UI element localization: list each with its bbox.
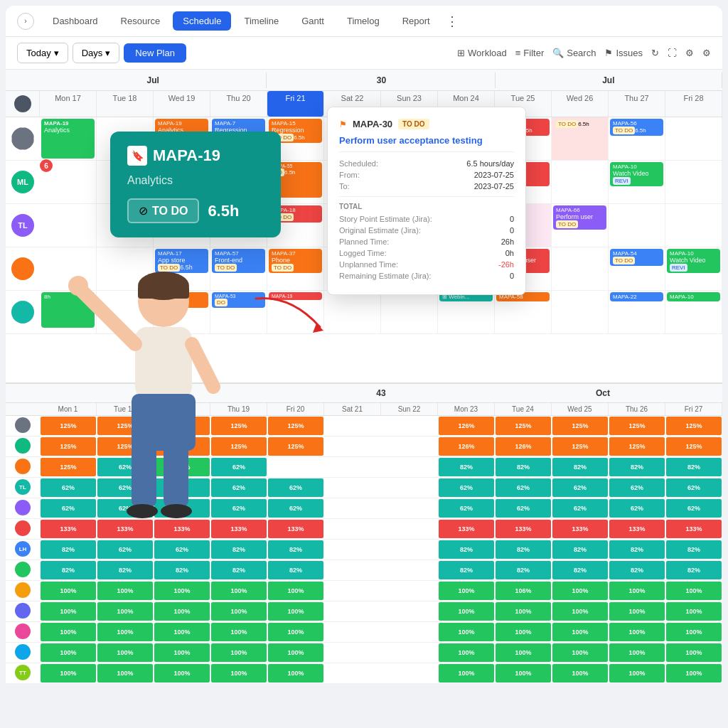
avatar (15, 603, 31, 619)
workload-cell: 125% (268, 417, 323, 435)
workload-cell: 100% (666, 643, 722, 662)
workload-cell: 125% (496, 417, 551, 435)
task-card[interactable]: MAPA-10Watch VideoREVI (667, 249, 720, 273)
tab-dashboard[interactable]: Dashboard (43, 11, 108, 31)
task-card[interactable]: MAPA-54TO DO (610, 249, 663, 266)
workload-cell: 62% (41, 478, 96, 497)
nav-expand-button[interactable]: › (17, 13, 34, 30)
popup-story-point: Story Point Estimate (Jira): 0 (339, 215, 514, 223)
workload-cell: 125% (552, 417, 608, 435)
workload-cell (382, 499, 437, 518)
task-card[interactable]: MAPA-57Front-endTO DO (212, 249, 265, 273)
gear-icon[interactable]: ⚙ (702, 48, 711, 58)
workload-cell: 100% (41, 623, 96, 641)
task-card[interactable]: 8h (41, 292, 95, 328)
settings-adjust-icon[interactable]: ⚙ (685, 48, 694, 58)
workload-cell (382, 458, 437, 476)
status-badge: ⊘ TO DO (127, 198, 199, 223)
workload-cell (382, 417, 437, 435)
big-task-card[interactable]: 🔖 MAPA-19 Analytics ⊘ TO DO 6.5h (110, 132, 281, 237)
workload-cell: 100% (439, 582, 494, 600)
workload-cell: 100% (154, 664, 210, 682)
workload-button[interactable]: ⊞ Workload (457, 48, 507, 58)
avatar (11, 127, 34, 150)
wl-day-thu26: Thu 26 (609, 403, 665, 415)
tab-timelog[interactable]: Timelog (337, 11, 390, 31)
workload-cell: 125% (211, 437, 267, 456)
wl-day-fri20: Fri 20 (267, 403, 324, 415)
day-fri21: Fri 21 (267, 91, 324, 117)
task-card[interactable]: MAPA-37PhoneTO DO (269, 249, 322, 273)
workload-cell: 125% (41, 437, 96, 456)
tab-gantt[interactable]: Gantt (291, 11, 334, 31)
workload-cell (325, 499, 380, 518)
workload-cell: 100% (666, 582, 722, 600)
workload-cell: 100% (496, 643, 551, 662)
today-button[interactable]: Today ▾ (17, 43, 68, 63)
workload-cell: 125% (154, 417, 210, 435)
more-icon[interactable]: ⋮ (446, 14, 459, 29)
workload-cell: 82% (496, 458, 551, 476)
workload-cell (325, 540, 380, 559)
tab-report[interactable]: Report (392, 11, 440, 31)
task-card[interactable]: MAPA-66Perform userTO DO (553, 205, 606, 230)
tab-timeline[interactable]: Timeline (234, 11, 289, 31)
workload-cell (325, 664, 380, 682)
avatar (15, 459, 31, 474)
workload-cell: 62% (609, 478, 665, 497)
workload-cell: 100% (496, 623, 551, 641)
days-button[interactable]: Days ▾ (73, 43, 120, 63)
popup-header: ⚑ MAPA-30 TO DO (339, 119, 514, 129)
task-card[interactable]: MAPA-19Analytics (41, 119, 95, 159)
workload-cell (382, 582, 437, 600)
popup-unplanned-time: Unplanned Time: -26h (339, 260, 514, 269)
popup-planned-time: Planned Time: 26h (339, 237, 514, 246)
workload-cell: 100% (552, 582, 608, 600)
popup-to-row: To: 2023-07-25 (339, 182, 514, 191)
tab-resource[interactable]: Resource (111, 11, 171, 31)
task-card[interactable]: MAPA-17DO6.5h (155, 292, 208, 308)
workload-cell: 82% (552, 540, 608, 559)
new-plan-button[interactable]: New Plan (124, 43, 186, 63)
workload-cell: 82% (609, 561, 665, 579)
refresh-icon[interactable]: ↻ (651, 48, 659, 58)
issues-button[interactable]: ⚑ Issues (604, 48, 643, 58)
workload-cell: 133% (609, 520, 665, 538)
workload-cell: 100% (97, 602, 153, 621)
workload-cell: 82% (439, 540, 494, 559)
expand-icon[interactable]: ⛶ (668, 48, 677, 58)
workload-cell: 62% (154, 478, 210, 497)
task-card[interactable]: MAPA-22 (610, 292, 663, 301)
workload-cell: 100% (154, 602, 210, 621)
filter-icon: ≡ (515, 48, 521, 58)
workload-cell: 100% (211, 582, 267, 600)
big-card-status: ⊘ TO DO 6.5h (127, 198, 264, 223)
search-button[interactable]: 🔍 Search (552, 48, 596, 58)
wl-day-mon23: Mon 23 (438, 403, 495, 415)
chevron-down-icon: ▾ (54, 48, 59, 58)
workload-cell: 100% (666, 664, 722, 682)
workload-icon: ⊞ (457, 48, 465, 58)
month-jul-left: Jul (40, 73, 267, 88)
workload-row: 125%125%125%125%125%126%125%125%125%125% (6, 416, 722, 437)
workload-cell: 62% (97, 478, 153, 497)
workload-cell: 125% (41, 417, 96, 435)
popup-remaining: Remaining Estimate (Jira): 0 (339, 272, 514, 280)
workload-row: 100%100%100%100%100%100%100%100%100%100% (6, 601, 722, 622)
workload-cell: 133% (496, 520, 551, 538)
tab-schedule[interactable]: Schedule (173, 11, 231, 31)
workload-row: 100%100%100%100%100%100%106%100%100%100% (6, 581, 722, 601)
task-card[interactable]: MAPA-10Watch VideoREVI (610, 162, 663, 186)
workload-cell: 126% (439, 417, 494, 435)
filter-button[interactable]: ≡ Filter (515, 48, 544, 58)
popup-task-title[interactable]: Perform user acceptance testing (339, 135, 514, 152)
workload-cell: 100% (552, 643, 608, 662)
workload-cell: 62% (439, 499, 494, 518)
workload-cell: 82% (41, 561, 96, 579)
workload-cell: 125% (609, 417, 665, 435)
wl-day-mon16: Mon 1 (40, 403, 97, 415)
workload-cell (325, 437, 380, 456)
task-card[interactable]: MAPA-10 (667, 292, 720, 301)
task-card[interactable]: MAPA-56TO DO6.5h (610, 119, 663, 136)
task-card[interactable]: MAPA-17App storeTO DO6.5h (155, 249, 208, 273)
